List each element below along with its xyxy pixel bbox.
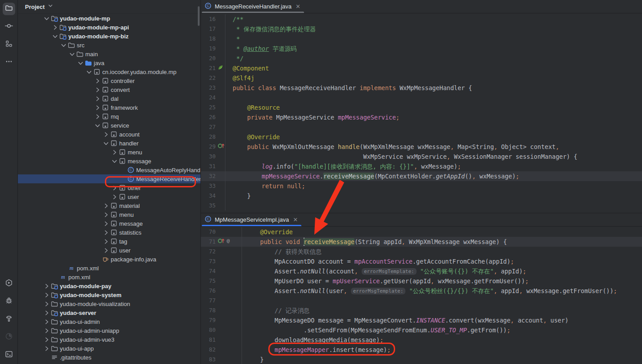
code-line-20[interactable]: 20 */ <box>201 54 642 63</box>
code-text[interactable]: MpAccountDO account = mpAccountService.g… <box>242 256 642 266</box>
code-text[interactable]: public void receiveMessage(String appId,… <box>242 237 642 247</box>
tree-item-user[interactable]: user <box>18 246 200 255</box>
code-line-18[interactable]: 18 * <box>201 34 642 44</box>
code-line-31[interactable]: 31 log.info("[handle][接收到请求消息, 内容: {}]",… <box>201 161 642 171</box>
chevron-down-icon[interactable] <box>47 3 54 11</box>
chevron-right-icon[interactable] <box>102 229 110 236</box>
tree-item-controller[interactable]: controller <box>18 76 200 85</box>
code-line-21[interactable]: 21@Component <box>201 63 642 73</box>
code-line-24[interactable]: 24 <box>201 93 642 103</box>
chevron-down-icon[interactable] <box>102 140 110 147</box>
close-icon[interactable]: ✕ <box>293 216 298 223</box>
tree-item-statistics[interactable]: statistics <box>18 228 200 237</box>
chevron-right-icon[interactable] <box>43 282 50 290</box>
code-text[interactable]: @Component <box>225 63 642 73</box>
code-text[interactable]: .setSendFrom(MpMessageSendFromEnum.USER_… <box>242 325 642 335</box>
tree-item-yudao-ui-admin-vue3[interactable]: yudao-ui-admin-vue3 <box>18 335 200 344</box>
chevron-right-icon[interactable] <box>94 104 101 111</box>
tree-item-java[interactable]: java <box>18 58 200 67</box>
tree-item-yudao-module-mp-api[interactable]: yudao-module-mp-api <box>18 23 200 32</box>
chevron-down-icon[interactable] <box>43 15 50 22</box>
code-line-74[interactable]: 74 Assert.notNull(account, errorMsgTempl… <box>201 266 642 276</box>
chevron-right-icon[interactable] <box>43 309 50 316</box>
tree-item-account[interactable]: account <box>18 130 200 139</box>
chevron-right-icon[interactable] <box>43 291 50 298</box>
chevron-down-icon[interactable] <box>51 33 59 40</box>
chevron-down-icon[interactable] <box>68 50 76 58</box>
activitybar-build-button[interactable] <box>3 313 15 326</box>
tree-item-yudao-module-mp[interactable]: yudao-module-mp <box>18 14 200 23</box>
tree-item-MessageAutoReplyHandler[interactable]: CMessageAutoReplyHandler <box>18 165 200 174</box>
chevron-right-icon[interactable] <box>102 220 110 227</box>
code-line-26[interactable]: 26 private MpMessageService mpMessageSer… <box>201 112 642 122</box>
tree-item-dal[interactable]: dal <box>18 94 200 103</box>
code-text[interactable]: /** <box>225 14 642 24</box>
code-line-77[interactable]: 77 <box>201 296 642 306</box>
tree-item-pom.xml[interactable]: mpom.xml <box>18 264 200 273</box>
tree-item-.gitattributes[interactable]: .gitattributes <box>18 353 200 362</box>
tree-item-yudao-module-mp-biz[interactable]: yudao-module-mp-biz <box>18 32 200 41</box>
code-line-35[interactable]: 35 <box>201 201 642 211</box>
tree-item-yudao-ui-admin-uniapp[interactable]: yudao-ui-admin-uniapp <box>18 326 200 335</box>
chevron-right-icon[interactable] <box>102 238 110 245</box>
tree-item-yudao-module-pay[interactable]: yudao-module-pay <box>18 281 200 290</box>
code-line-78[interactable]: 78 // 记录消息 <box>201 306 642 315</box>
code-line-16[interactable]: 16/** <box>201 14 642 24</box>
code-text[interactable]: Assert.notNull(user, errorMsgTemplate: "… <box>242 286 642 296</box>
tree-item-other[interactable]: other <box>18 183 200 192</box>
code-text[interactable]: // 记录消息 <box>242 306 642 315</box>
chevron-right-icon[interactable] <box>111 149 118 156</box>
activitybar-project-button[interactable] <box>3 3 15 15</box>
code-text[interactable]: @Override <box>242 227 642 237</box>
code-line-32[interactable]: 32 mpMessageService.receiveMessage(MpCon… <box>201 171 642 181</box>
code-line-72[interactable]: 72 // 获得关联信息 <box>201 247 642 256</box>
activitybar-commit-button[interactable] <box>3 21 15 33</box>
tree-item-handler[interactable]: handler <box>18 139 200 148</box>
tree-item-yudao-module-visualization[interactable]: yudao-module-visualization <box>18 299 200 308</box>
chevron-down-icon[interactable] <box>94 122 101 129</box>
chevron-right-icon[interactable] <box>94 113 101 120</box>
chevron-down-icon[interactable] <box>111 157 118 165</box>
chevron-right-icon[interactable] <box>102 131 110 138</box>
tree-item-yudao-ui-app[interactable]: yudao-ui-app <box>18 344 200 353</box>
code-line-19[interactable]: 19 * @author 芋道源码 <box>201 44 642 54</box>
chevron-right-icon[interactable] <box>43 336 50 343</box>
tree-item-menu[interactable]: menu <box>18 148 200 157</box>
spring-bean-icon[interactable] <box>217 63 224 73</box>
code-line-30[interactable]: 30 WxMpService wxMpService, WxSessionMan… <box>201 152 642 161</box>
overrides-icon[interactable] <box>217 142 225 152</box>
tree-item-cn.iocoder.yudao.module.mp[interactable]: cn.iocoder.yudao.module.mp <box>18 67 200 76</box>
code-line-29[interactable]: 29 public WxMpXmlOutMessage handle(WxMpX… <box>201 142 642 152</box>
code-text[interactable]: */ <box>225 54 642 63</box>
activitybar-terminal-button[interactable] <box>3 349 15 361</box>
code-text[interactable]: WxMpService wxMpService, WxSessionManage… <box>225 152 642 161</box>
code-line-27[interactable]: 27 <box>201 122 642 132</box>
code-text[interactable]: } <box>225 191 642 201</box>
tree-item-mq[interactable]: mq <box>18 112 200 121</box>
tree-item-material[interactable]: material <box>18 201 200 210</box>
code-line-71[interactable]: 71@ public void receiveMessage(String ap… <box>201 237 642 247</box>
code-line-75[interactable]: 75 MpUserDO user = mpUserService.getUser… <box>201 276 642 286</box>
tree-item-yudao-ui-admin[interactable]: yudao-ui-admin <box>18 317 200 326</box>
tree-item-message[interactable]: message <box>18 219 200 228</box>
code-text[interactable]: mpMessageService.receiveMessage(MpContex… <box>225 171 642 181</box>
code-text[interactable]: @Resource <box>225 103 642 112</box>
code-line-76[interactable]: 76 Assert.notNull(user, errorMsgTemplate… <box>201 286 642 296</box>
chevron-down-icon[interactable] <box>85 68 93 75</box>
code-line-73[interactable]: 73 MpAccountDO account = mpAccountServic… <box>201 256 642 266</box>
code-text[interactable] <box>225 93 642 103</box>
chevron-right-icon[interactable] <box>51 24 59 31</box>
activitybar-services-button[interactable] <box>3 277 15 290</box>
activitybar-structure-button[interactable] <box>3 38 15 51</box>
activitybar-debug-button[interactable] <box>3 295 15 308</box>
code-text[interactable]: } <box>242 355 642 364</box>
code-text[interactable]: * <box>225 34 642 44</box>
tree-item-pom.xml[interactable]: mpom.xml <box>18 273 200 281</box>
tree-item-tag[interactable]: tag <box>18 237 200 246</box>
overrides-icon[interactable] <box>217 237 225 247</box>
code-text[interactable]: * 保存微信消息的事件处理器 <box>225 24 642 34</box>
code-text[interactable]: public class MessageReceiveHandler imple… <box>225 83 642 93</box>
code-text[interactable]: downloadMessageMedia(message); <box>242 335 642 345</box>
close-icon[interactable]: ✕ <box>296 3 300 10</box>
code-text[interactable] <box>242 296 642 306</box>
